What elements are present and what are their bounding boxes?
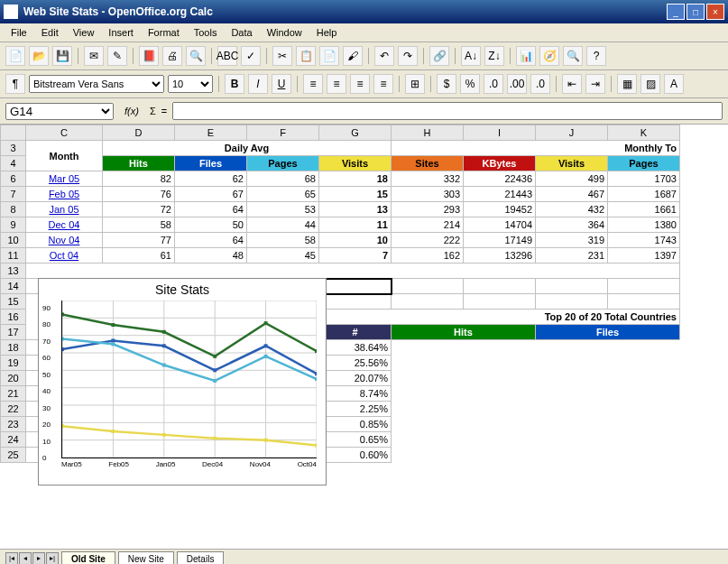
fx-icon[interactable]: f(x) <box>119 106 144 116</box>
new-icon[interactable]: 📄 <box>5 46 25 66</box>
menu-data[interactable]: Data <box>226 25 257 40</box>
spell-icon[interactable]: ABC <box>217 46 237 66</box>
align-left-icon[interactable]: ≡ <box>303 74 323 94</box>
col-E[interactable]: E <box>175 125 247 141</box>
svg-rect-20 <box>264 321 268 325</box>
tab-prev-icon[interactable]: ◂ <box>19 552 32 564</box>
autospell-icon[interactable]: ✓ <box>241 46 261 66</box>
row-4[interactable]: 4 <box>1 156 26 171</box>
font-color-icon[interactable]: A <box>664 74 684 94</box>
col-J[interactable]: J <box>536 125 608 141</box>
help-icon[interactable]: ? <box>586 46 606 66</box>
style-icon[interactable]: ¶ <box>5 74 25 94</box>
tab-details[interactable]: Details <box>177 551 225 564</box>
svg-rect-18 <box>162 330 166 334</box>
month-link[interactable]: Nov 04 <box>26 233 103 248</box>
menu-edit[interactable]: Edit <box>36 25 64 40</box>
tab-next-icon[interactable]: ▸ <box>32 552 45 564</box>
col-G[interactable]: G <box>319 125 392 141</box>
equals-icon[interactable]: = <box>161 106 167 116</box>
bold-button[interactable]: B <box>225 74 244 94</box>
maximize-button[interactable]: □ <box>687 4 705 20</box>
menu-help[interactable]: Help <box>311 25 343 40</box>
month-link[interactable]: Feb 05 <box>26 187 103 202</box>
spreadsheet[interactable]: C D E F G H I J K 3 Month Daily Avg Mont… <box>0 125 728 549</box>
selected-cell[interactable] <box>319 279 392 294</box>
row-3[interactable]: 3 <box>1 141 26 156</box>
month-link[interactable]: Oct 04 <box>26 248 103 264</box>
menu-view[interactable]: View <box>68 25 100 40</box>
copy-icon[interactable]: 📋 <box>296 46 316 66</box>
sort-asc-icon[interactable]: A↓ <box>461 46 481 66</box>
preview-icon[interactable]: 🔍 <box>186 46 206 66</box>
edit-icon[interactable]: ✎ <box>107 46 127 66</box>
font-size-select[interactable]: 10 <box>168 75 213 93</box>
indent-inc-icon[interactable]: ⇥ <box>585 74 605 94</box>
chart-site-stats[interactable]: Site Stats 9080706050403020100 Mar05Feb0… <box>38 278 327 485</box>
month-link[interactable]: Mar 05 <box>26 171 103 187</box>
pdf-icon[interactable]: 📕 <box>139 46 159 66</box>
col-D[interactable]: D <box>103 125 175 141</box>
menu-format[interactable]: Format <box>143 25 185 40</box>
month-link[interactable]: Jan 05 <box>26 202 103 217</box>
brush-icon[interactable]: 🖌 <box>343 46 363 66</box>
month-link[interactable]: Dec 04 <box>26 217 103 233</box>
print-icon[interactable]: 🖨 <box>162 46 182 66</box>
percent-icon[interactable]: % <box>460 74 480 94</box>
countries-title: Top 20 of 20 Total Countries <box>319 310 680 325</box>
cut-icon[interactable]: ✂ <box>272 46 292 66</box>
window-title: Web Site Stats - OpenOffice.org Calc <box>23 5 667 18</box>
menu-window[interactable]: Window <box>262 25 308 40</box>
tab-old-site[interactable]: Old Site <box>61 551 115 564</box>
zoom-icon[interactable]: 🔍 <box>563 46 583 66</box>
indent-dec-icon[interactable]: ⇤ <box>562 74 582 94</box>
svg-rect-34 <box>62 424 64 428</box>
row-14[interactable]: 14 <box>1 279 26 294</box>
underline-button[interactable]: U <box>272 74 291 94</box>
border-icon[interactable]: ▦ <box>617 74 637 94</box>
sort-desc-icon[interactable]: Z↓ <box>484 46 504 66</box>
svg-rect-33 <box>315 377 317 381</box>
row-13[interactable]: 13 <box>1 264 26 279</box>
menu-insert[interactable]: Insert <box>103 25 139 40</box>
hdr-sites: Sites <box>392 156 464 171</box>
close-button[interactable]: × <box>706 4 724 20</box>
italic-button[interactable]: I <box>248 74 268 94</box>
mail-icon[interactable]: ✉ <box>84 46 104 66</box>
cell-reference[interactable]: G14 <box>5 103 114 120</box>
align-right-icon[interactable]: ≡ <box>350 74 370 94</box>
minimize-button[interactable]: _ <box>667 4 685 20</box>
menu-tools[interactable]: Tools <box>189 25 223 40</box>
tab-new-site[interactable]: New Site <box>118 551 174 564</box>
formula-input[interactable] <box>172 102 723 120</box>
inc-dec-icon[interactable]: .00 <box>507 74 527 94</box>
svg-rect-27 <box>315 372 317 375</box>
link-icon[interactable]: 🔗 <box>429 46 449 66</box>
tab-first-icon[interactable]: |◂ <box>5 552 18 564</box>
align-justify-icon[interactable]: ≡ <box>373 74 393 94</box>
bg-color-icon[interactable]: ▨ <box>640 74 660 94</box>
tab-last-icon[interactable]: ▸| <box>46 552 59 564</box>
sigma-icon[interactable]: Σ <box>150 106 156 116</box>
dec-dec-icon[interactable]: .0 <box>530 74 550 94</box>
col-I[interactable]: I <box>464 125 536 141</box>
svg-rect-22 <box>62 347 64 351</box>
chart-icon[interactable]: 📊 <box>516 46 536 66</box>
redo-icon[interactable]: ↷ <box>398 46 418 66</box>
col-K[interactable]: K <box>608 125 680 141</box>
col-C[interactable]: C <box>26 125 103 141</box>
merge-icon[interactable]: ⊞ <box>405 74 425 94</box>
menu-file[interactable]: File <box>5 25 32 40</box>
currency-icon[interactable]: $ <box>437 74 456 94</box>
col-H[interactable]: H <box>392 125 464 141</box>
undo-icon[interactable]: ↶ <box>374 46 394 66</box>
menubar: File Edit View Insert Format Tools Data … <box>0 23 728 42</box>
save-icon[interactable]: 💾 <box>52 46 72 66</box>
open-icon[interactable]: 📂 <box>29 46 49 66</box>
col-F[interactable]: F <box>247 125 319 141</box>
nav-icon[interactable]: 🧭 <box>539 46 559 66</box>
align-center-icon[interactable]: ≡ <box>327 74 346 94</box>
paste-icon[interactable]: 📄 <box>319 46 339 66</box>
number-icon[interactable]: .0 <box>484 74 503 94</box>
font-name-select[interactable]: Bitstream Vera Sans <box>29 75 164 93</box>
